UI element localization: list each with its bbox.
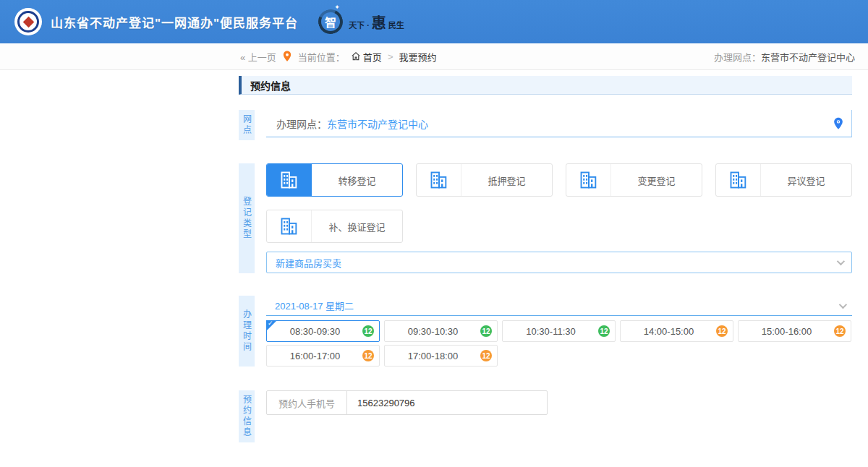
booking-side-label: 预约信息	[239, 390, 255, 442]
network-section: 网点 办理网点： 东营市不动产登记中心	[239, 110, 852, 140]
slot-time: 17:00-18:00	[408, 351, 474, 361]
office-field-value: 东营市不动产登记中心	[327, 116, 428, 131]
site-logo	[14, 8, 42, 35]
office-field-label: 办理网点：	[276, 116, 327, 131]
chevron-down-icon	[837, 257, 845, 265]
back-link[interactable]: « 上一页	[240, 50, 276, 64]
date-value: 2021-08-17 星期二	[275, 299, 354, 312]
regtype-button[interactable]: 抵押登记	[416, 163, 553, 197]
slot-count-badge: 12	[834, 325, 846, 337]
chevron-down-icon	[839, 300, 847, 308]
regtype-button[interactable]: 转移登记	[266, 163, 403, 197]
phone-field-group: 预约人手机号	[266, 390, 548, 415]
booking-section: 预约信息 预约人手机号	[239, 390, 852, 442]
breadcrumb: « 上一页 当前位置： 首页 > 我要预约	[240, 50, 436, 64]
buildings-icon	[267, 164, 312, 196]
date-select[interactable]: 2021-08-17 星期二	[266, 296, 852, 316]
slogan-text: 天下 · 惠 民生	[349, 12, 404, 33]
regtype-label: 补、换证登记	[312, 210, 402, 242]
regtype-row-2: 补、换证登记	[266, 210, 852, 243]
site-logo-emblem-icon	[17, 11, 39, 33]
network-side-label: 网点	[239, 110, 255, 140]
slogan-logo: ✦ 智 天下 · 惠 民生	[318, 9, 404, 34]
site-title: 山东省不动产登记"一网通办"便民服务平台	[51, 13, 298, 31]
breadcrumb-separator: >	[388, 51, 393, 62]
regtype-side-label: 登记类型	[239, 163, 255, 273]
main-content: 预约信息 网点 办理网点： 东营市不动产登记中心 登记类型	[239, 76, 852, 467]
regtype-label: 抵押登记	[461, 164, 552, 196]
regtype-button[interactable]: 异议登记	[715, 163, 852, 197]
home-icon	[351, 51, 361, 61]
subtype-value: 新建商品房买卖	[276, 256, 341, 270]
slot-count-badge: 12	[362, 350, 374, 361]
office-field[interactable]: 办理网点： 东营市不动产登记中心	[266, 110, 852, 137]
subtype-select[interactable]: 新建商品房买卖	[266, 252, 852, 273]
time-slot[interactable]: 16:00-17:00 12	[266, 345, 380, 367]
regtype-label: 异议登记	[761, 164, 851, 196]
schedule-side-label: 办理时间	[239, 296, 255, 367]
buildings-icon	[566, 164, 611, 196]
slogan-zhi-seal-icon: 智	[315, 6, 346, 38]
slot-time: 16:00-17:00	[290, 351, 356, 361]
slot-time: 10:30-11:30	[526, 326, 591, 337]
schedule-section: 办理时间 2021-08-17 星期二 ✓ 08:30-09:30 12 09:…	[239, 296, 852, 367]
regtype-section: 登记类型 转移登记	[239, 163, 852, 273]
slot-time: 09:30-10:30	[408, 326, 474, 337]
slot-time: 08:30-09:30	[290, 326, 356, 337]
regtype-label: 变更登记	[611, 164, 702, 196]
page-title: 预约信息	[239, 76, 852, 95]
map-pin-icon[interactable]	[833, 117, 844, 130]
phone-input[interactable]	[347, 391, 547, 414]
time-slot[interactable]: 14:00-15:00 12	[620, 320, 733, 342]
time-slot[interactable]: 09:30-10:30 12	[384, 320, 498, 342]
phone-field-label: 预约人手机号	[267, 391, 347, 414]
time-slot[interactable]: 17:00-18:00 12	[384, 345, 498, 367]
slot-selected-check-icon: ✓	[268, 320, 273, 327]
regtype-label: 转移登记	[312, 164, 402, 196]
home-link[interactable]: 首页	[351, 50, 382, 64]
slot-time: 15:00-16:00	[762, 326, 827, 337]
time-slot[interactable]: 15:00-16:00 12	[738, 320, 851, 342]
breadcrumb-current-page: 我要预约	[399, 50, 436, 64]
buildings-icon	[716, 164, 761, 196]
location-label: 当前位置：	[298, 50, 345, 64]
slot-count-badge: 12	[480, 350, 492, 361]
slot-time: 14:00-15:00	[644, 326, 710, 337]
app-header: 山东省不动产登记"一网通办"便民服务平台 ✦ 智 天下 · 惠 民生	[0, 0, 868, 43]
location-pin-icon	[282, 51, 292, 62]
slot-row-1: ✓ 08:30-09:30 12 09:30-10:30 12 10:30-11…	[266, 320, 852, 342]
slot-count-badge: 12	[480, 325, 492, 337]
regtype-button[interactable]: 变更登记	[566, 163, 702, 197]
buildings-icon	[417, 164, 461, 196]
slot-row-2: 16:00-17:00 12 17:00-18:00 12	[266, 345, 852, 367]
office-indicator: 办理网点：东营市不动产登记中心	[714, 50, 855, 64]
breadcrumb-bar: « 上一页 当前位置： 首页 > 我要预约 办理网点：东营市不动产登记中心	[0, 43, 868, 70]
slot-count-badge: 12	[362, 325, 374, 337]
slot-count-badge: 12	[598, 325, 610, 337]
buildings-icon	[267, 210, 312, 242]
time-slot[interactable]: 10:30-11:30 12	[502, 320, 616, 342]
regtype-row-1: 转移登记 抵押登记	[266, 163, 852, 197]
regtype-button[interactable]: 补、换证登记	[266, 210, 403, 243]
time-slot[interactable]: ✓ 08:30-09:30 12	[266, 320, 380, 342]
slot-count-badge: 12	[716, 325, 728, 337]
